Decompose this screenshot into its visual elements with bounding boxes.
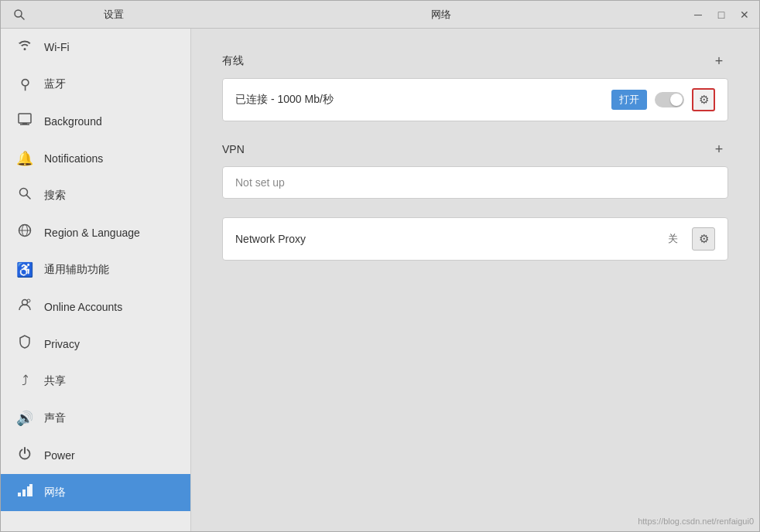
sidebar-item-privacy[interactable]: Privacy <box>1 326 190 363</box>
proxy-settings-button[interactable]: ⚙ <box>692 227 715 251</box>
main-window: 设置 网络 ─ □ ✕ Wi-Fi ⚲ 蓝牙 <box>0 0 760 532</box>
content-area: Wi-Fi ⚲ 蓝牙 Background 🔔 Notificatio <box>1 29 759 531</box>
proxy-card-row: Network Proxy 关 ⚙ <box>223 218 727 260</box>
main-panel: 有线 + 已连接 - 1000 Mb/秒 打开 ⚙ <box>191 29 759 531</box>
wired-add-button[interactable]: + <box>710 52 728 70</box>
wired-connection-label: 已连接 - 1000 Mb/秒 <box>235 93 604 107</box>
svg-line-6 <box>26 195 30 199</box>
sidebar-label-power: Power <box>44 449 75 462</box>
maximize-button[interactable]: □ <box>714 8 728 22</box>
sound-icon: 🔊 <box>16 410 33 427</box>
sidebar-label-online-accounts: Online Accounts <box>44 301 122 313</box>
wired-card-row: 已连接 - 1000 Mb/秒 打开 ⚙ <box>223 79 727 121</box>
proxy-label: Network Proxy <box>235 233 660 245</box>
sidebar-item-bluetooth[interactable]: ⚲ 蓝牙 <box>1 66 190 103</box>
sidebar-label-accessibility: 通用辅助功能 <box>44 263 109 277</box>
close-button[interactable]: ✕ <box>738 8 751 22</box>
vpn-card-row: Not set up <box>223 167 727 198</box>
proxy-card: Network Proxy 关 ⚙ <box>222 217 728 261</box>
watermark: https://blog.csdn.net/renfaigui0 <box>638 517 754 526</box>
sidebar-item-wifi[interactable]: Wi-Fi <box>1 29 190 66</box>
wired-toggle-thumb <box>670 94 683 106</box>
wifi-icon <box>16 37 33 56</box>
vpn-not-setup-label: Not set up <box>235 176 285 189</box>
sidebar-item-network[interactable]: 网络 <box>1 474 190 511</box>
proxy-section: Network Proxy 关 ⚙ <box>222 217 728 261</box>
sidebar: Wi-Fi ⚲ 蓝牙 Background 🔔 Notificatio <box>1 29 191 531</box>
vpn-header: VPN + <box>222 140 728 159</box>
sidebar-label-sound: 声音 <box>44 411 66 425</box>
titlebar: 设置 网络 ─ □ ✕ <box>1 1 759 29</box>
titlebar-left: 设置 <box>9 6 191 23</box>
background-icon <box>16 111 33 131</box>
region-icon <box>16 223 33 242</box>
bluetooth-icon: ⚲ <box>16 76 33 93</box>
vpn-section: VPN + Not set up <box>222 140 728 199</box>
wired-title: 有线 <box>222 54 244 68</box>
sidebar-label-region: Region & Language <box>44 227 140 239</box>
window-controls: ─ □ ✕ <box>691 8 751 22</box>
svg-line-1 <box>21 16 24 19</box>
network-icon <box>16 483 33 502</box>
sidebar-label-privacy: Privacy <box>44 338 80 350</box>
wired-card: 已连接 - 1000 Mb/秒 打开 ⚙ <box>222 78 728 121</box>
sidebar-label-bluetooth: 蓝牙 <box>44 77 66 91</box>
accessibility-icon: ♿ <box>16 261 33 278</box>
sidebar-item-accessibility[interactable]: ♿ 通用辅助功能 <box>1 251 190 288</box>
svg-rect-12 <box>18 493 21 496</box>
privacy-icon <box>16 334 33 353</box>
settings-title: 设置 <box>36 8 191 22</box>
sidebar-item-background[interactable]: Background <box>1 103 190 140</box>
sidebar-item-online-accounts[interactable]: Online Accounts <box>1 288 190 326</box>
sidebar-label-background: Background <box>44 115 102 128</box>
vpn-card: Not set up <box>222 166 728 199</box>
online-accounts-icon <box>16 297 33 316</box>
sidebar-item-region[interactable]: Region & Language <box>1 214 190 251</box>
sidebar-label-wifi: Wi-Fi <box>44 41 70 53</box>
wired-toggle-button[interactable]: 打开 <box>611 90 647 110</box>
svg-rect-13 <box>22 489 26 496</box>
sidebar-item-notifications[interactable]: 🔔 Notifications <box>1 140 190 177</box>
notifications-icon: 🔔 <box>16 150 33 167</box>
sidebar-item-sound[interactable]: 🔊 声音 <box>1 400 190 437</box>
sidebar-item-sharing[interactable]: ⤴ 共享 <box>1 363 190 400</box>
proxy-status: 关 <box>668 232 678 246</box>
minimize-button[interactable]: ─ <box>691 8 705 22</box>
search-icon[interactable] <box>9 6 30 23</box>
svg-rect-15 <box>29 484 33 496</box>
power-icon <box>16 445 33 465</box>
sidebar-label-notifications: Notifications <box>44 152 103 165</box>
sidebar-label-sharing: 共享 <box>44 374 66 388</box>
sidebar-item-power[interactable]: Power <box>1 437 190 474</box>
sidebar-label-network: 网络 <box>44 486 66 500</box>
svg-rect-2 <box>19 114 31 123</box>
wired-header: 有线 + <box>222 52 728 70</box>
wired-toggle-track[interactable] <box>655 92 684 107</box>
sidebar-label-search: 搜索 <box>44 189 66 203</box>
search-sidebar-icon <box>16 186 33 204</box>
vpn-add-button[interactable]: + <box>710 140 728 159</box>
vpn-title: VPN <box>222 143 245 155</box>
sharing-icon: ⤴ <box>16 373 33 389</box>
wired-section: 有线 + 已连接 - 1000 Mb/秒 打开 ⚙ <box>222 52 728 121</box>
sidebar-item-search[interactable]: 搜索 <box>1 177 190 214</box>
page-title: 网络 <box>191 8 691 22</box>
wired-settings-button[interactable]: ⚙ <box>692 88 715 111</box>
